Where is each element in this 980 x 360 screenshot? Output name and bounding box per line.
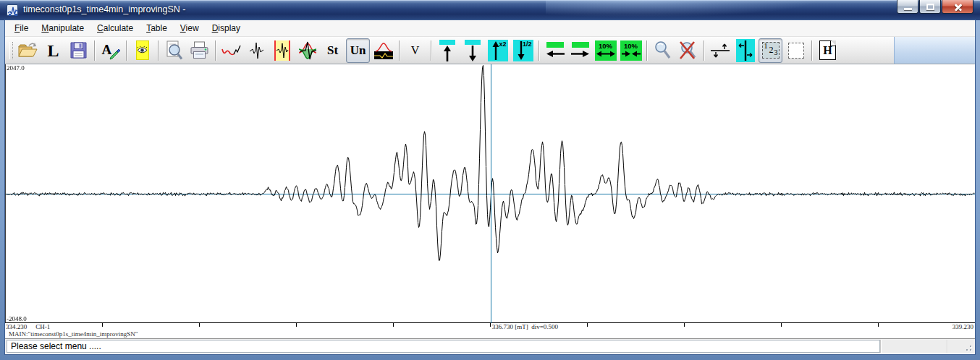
shrink-10pct-button[interactable]: 10% xyxy=(619,38,643,63)
axis-tick xyxy=(102,323,103,327)
axis-label-row: 334.230CH-1 336.730 [mT] div=0.500 339.2… xyxy=(5,323,975,330)
maximize-button[interactable] xyxy=(919,0,941,14)
window-body: FileManipulateCalculateTableViewDisplay … xyxy=(5,20,975,354)
toolbar-separator xyxy=(126,40,127,61)
save-button[interactable] xyxy=(67,38,90,63)
half-scale-button[interactable]: 1/2 xyxy=(511,38,535,63)
double-scale-button[interactable]: x2 xyxy=(486,38,510,63)
level-adjust-icon xyxy=(710,42,730,59)
menu-item-display[interactable]: Display xyxy=(206,20,247,36)
print-preview-icon xyxy=(165,40,183,60)
toolbar-separator xyxy=(538,40,539,61)
close-button[interactable] xyxy=(942,0,973,14)
expand-10pct-icon: 10% xyxy=(595,40,617,61)
toolbar-separator xyxy=(646,40,647,61)
v-button[interactable]: V xyxy=(403,38,427,63)
spectrum-range-button[interactable] xyxy=(270,38,294,63)
header-page-icon: H xyxy=(819,40,836,60)
zoom-button[interactable] xyxy=(651,38,675,63)
unit-button[interactable]: Un xyxy=(346,38,370,63)
toolbar: L A xyxy=(5,37,975,64)
font-icon: A xyxy=(101,41,120,60)
save-icon xyxy=(69,41,88,59)
y-max-label: 2047.0 xyxy=(7,64,25,72)
toolbar-separator xyxy=(811,40,812,61)
x-axis-left-label: 334.230CH-1 xyxy=(6,323,50,330)
status-pane xyxy=(947,340,963,353)
numbering-123-icon: 1 2 3 xyxy=(762,42,780,59)
unit-label: Un xyxy=(350,43,366,58)
expand-vertical-button[interactable] xyxy=(435,38,459,63)
menu-item-calculate[interactable]: Calculate xyxy=(90,20,140,36)
toolbar-separator xyxy=(399,40,400,61)
v-label: V xyxy=(411,44,420,57)
folder-open-icon xyxy=(18,41,38,59)
cursor-move-button[interactable] xyxy=(733,38,757,63)
cursor-move-icon xyxy=(736,39,755,62)
axis-tick xyxy=(490,323,491,327)
integrate-button[interactable] xyxy=(371,38,395,63)
numbering-button[interactable]: 1 2 3 xyxy=(759,38,782,63)
minimize-button[interactable] xyxy=(897,0,918,14)
stick-button[interactable]: St xyxy=(321,38,345,63)
shift-left-button[interactable] xyxy=(543,38,567,63)
plot-area[interactable]: 2047.0 -2048.0 xyxy=(5,64,975,323)
x-axis-right-label: 339.230 xyxy=(952,323,973,330)
toolbar-grip[interactable] xyxy=(9,42,13,59)
shift-right-button[interactable] xyxy=(568,38,592,63)
zoom-off-button[interactable] xyxy=(676,38,700,63)
load-label: L xyxy=(47,42,59,59)
app-icon xyxy=(7,4,18,16)
toolbar-empty-dock xyxy=(894,37,975,64)
axis-tick xyxy=(587,323,588,327)
print-preview-button[interactable] xyxy=(162,38,186,63)
level-adjust-button[interactable] xyxy=(708,38,732,63)
double-scale-icon: x2 xyxy=(488,40,508,61)
toolbar-separator xyxy=(215,40,216,61)
open-button[interactable] xyxy=(16,38,40,63)
overlay-spectra-icon xyxy=(297,40,318,61)
axis-tick xyxy=(878,323,879,327)
half-scale-icon: 1/2 xyxy=(513,40,533,61)
baseline-correct-button[interactable] xyxy=(219,38,243,63)
frame-button[interactable] xyxy=(784,38,808,63)
status-pane xyxy=(880,340,947,353)
window-title: timeconst0p1s_time4min_improvingSN - xyxy=(23,0,185,20)
status-bar: Please select menu ..... xyxy=(5,339,975,353)
toolbar-separator xyxy=(704,40,704,61)
expand-10pct-button[interactable]: 10% xyxy=(594,38,617,63)
zoom-icon xyxy=(654,40,672,60)
axis-tick xyxy=(393,323,394,327)
resize-grip[interactable] xyxy=(963,340,973,353)
y-min-label: -2048.0 xyxy=(7,315,27,322)
shift-left-icon xyxy=(546,42,565,59)
shrink-10pct-icon: 10% xyxy=(620,40,642,61)
spectrum-button[interactable] xyxy=(245,38,269,63)
menu-item-table[interactable]: Table xyxy=(140,20,174,36)
overlay-spectra-button[interactable] xyxy=(295,38,319,63)
status-message: Please select menu ..... xyxy=(7,340,880,353)
shrink-down-icon xyxy=(465,40,481,61)
spectrum-icon xyxy=(249,40,264,61)
shrink-vertical-button[interactable] xyxy=(460,38,484,63)
spectrum-canvas[interactable] xyxy=(6,64,975,323)
header-button[interactable]: H xyxy=(816,38,840,63)
load-button[interactable]: L xyxy=(41,38,65,63)
channel-label: CH-1 xyxy=(35,323,50,330)
baseline-squiggle-icon xyxy=(221,43,242,58)
dataset-label: MAIN:"timeconst0p1s_time4min_improvingSN… xyxy=(5,330,975,339)
empty-frame-icon xyxy=(788,43,804,59)
zoom-off-icon xyxy=(679,40,697,60)
font-annotate-button[interactable]: A xyxy=(98,38,122,63)
view-marker-button[interactable] xyxy=(130,38,154,63)
toolbar-separator xyxy=(94,40,95,61)
print-button[interactable] xyxy=(187,38,211,63)
menu-item-view[interactable]: View xyxy=(174,20,206,36)
menu-item-file[interactable]: File xyxy=(8,20,35,36)
axis-tick xyxy=(684,323,685,327)
app-window: timeconst0p1s_time4min_improvingSN - Fil… xyxy=(0,0,980,360)
menu-item-manipulate[interactable]: Manipulate xyxy=(35,20,90,36)
minimize-icon xyxy=(904,8,912,10)
shift-right-icon xyxy=(571,42,590,59)
title-bar[interactable]: timeconst0p1s_time4min_improvingSN - xyxy=(0,0,980,20)
